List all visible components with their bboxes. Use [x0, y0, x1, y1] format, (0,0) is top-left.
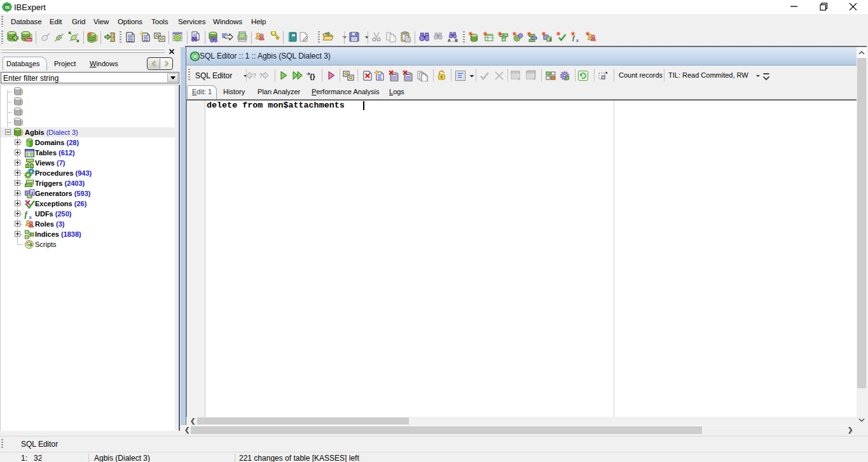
svg-text:{}: {}	[310, 73, 315, 80]
svg-text:f: f	[25, 209, 29, 219]
svg-text:x: x	[575, 38, 579, 43]
svg-text:3: 3	[31, 191, 34, 195]
svg-text:?: ?	[259, 73, 263, 80]
svg-text:IB: IB	[193, 54, 197, 59]
svg-text:IB: IB	[5, 4, 10, 10]
svg-text:A→B: A→B	[448, 38, 458, 43]
svg-text:...: ...	[437, 39, 439, 43]
svg-text:?: ?	[252, 73, 256, 80]
